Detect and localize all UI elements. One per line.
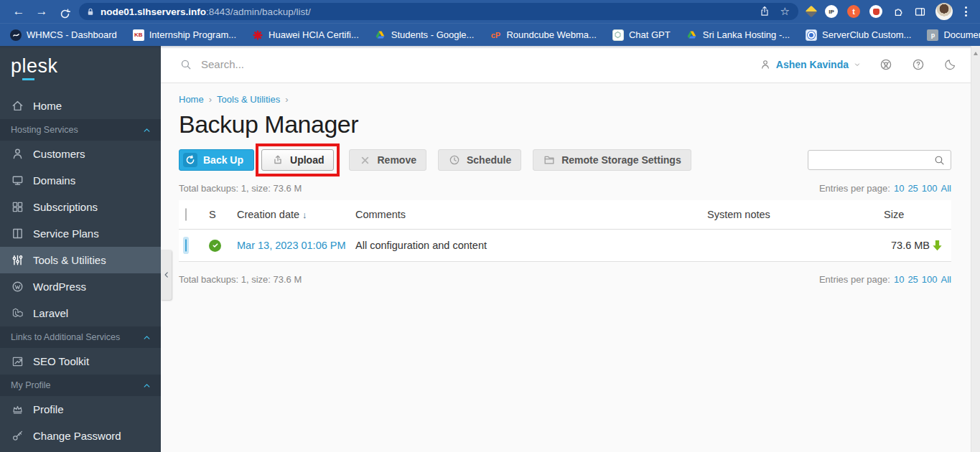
chevron-up-icon	[143, 126, 151, 134]
sliders-icon	[11, 253, 24, 267]
bookmark-item[interactable]: p Documentation an...	[927, 29, 980, 41]
entries-option-100[interactable]: 100	[922, 274, 938, 285]
schedule-button[interactable]: Schedule	[438, 149, 521, 171]
sidebar-item-subscriptions[interactable]: Subscriptions	[0, 194, 161, 220]
column-header-size[interactable]: Size	[884, 209, 930, 220]
refresh-icon[interactable]	[53, 3, 76, 20]
extension-t-icon[interactable]: t	[847, 5, 860, 18]
profile-avatar[interactable]	[935, 3, 953, 20]
seo-chart-icon	[11, 354, 24, 368]
entries-option-100[interactable]: 100	[922, 183, 938, 194]
book-icon	[11, 227, 24, 240]
column-header-status[interactable]: S	[209, 209, 237, 220]
sidebar-item-service-plans[interactable]: Service Plans	[0, 220, 161, 247]
bookmarks-bar: WHMCS - Dashboard KB Internship Program.…	[0, 23, 980, 46]
sidebar-item-tools-utilities[interactable]: Tools & Utilities	[0, 247, 161, 273]
bookmark-item[interactable]: KB Internship Program...	[133, 29, 236, 41]
bookmark-label: Huawei HCIA Certifi...	[269, 29, 359, 40]
bookmark-item[interactable]: Students - Google...	[375, 29, 475, 41]
plesk-logo[interactable]: plesk	[0, 46, 161, 83]
entries-option-25[interactable]: 25	[907, 183, 918, 194]
entries-per-page: Entries per page:1025100All	[819, 274, 951, 285]
kb-icon: KB	[133, 29, 144, 41]
remote-storage-settings-button[interactable]: Remote Storage Settings	[533, 149, 691, 171]
back-up-button[interactable]: Back Up	[179, 149, 254, 171]
bookmark-item[interactable]: Huawei HCIA Certifi...	[252, 29, 359, 41]
sidebar-item-customers[interactable]: Customers	[0, 141, 161, 167]
row-checkbox[interactable]	[185, 239, 187, 252]
sidebar-item-wordpress[interactable]: WordPress	[0, 273, 161, 300]
bookmark-label: Roundcube Webma...	[506, 29, 597, 40]
entries-option-25[interactable]: 25	[907, 274, 918, 285]
upload-icon	[271, 154, 284, 166]
browser-menu-icon[interactable]	[962, 6, 970, 17]
breadcrumb-tools-utilities[interactable]: Tools & Utilities	[217, 94, 280, 105]
sidebar-item-domains[interactable]: Domains	[0, 167, 161, 194]
column-header-comments[interactable]: Comments	[355, 209, 707, 220]
extension-blocker-icon[interactable]	[869, 5, 882, 18]
global-search[interactable]	[179, 58, 760, 71]
share-icon[interactable]	[759, 6, 770, 17]
sidebar-item-change-password[interactable]: Change Password	[0, 423, 161, 449]
bookmark-item[interactable]: Sri Lanka Hosting -...	[686, 29, 790, 41]
feedback-icon[interactable]	[879, 57, 893, 72]
breadcrumb-home[interactable]: Home	[179, 94, 204, 105]
bookmark-item[interactable]: Chat GPT	[612, 29, 671, 41]
back-up-label: Back Up	[203, 154, 243, 166]
bookmark-item[interactable]: ServerClub Custom...	[806, 29, 911, 41]
sidebar-section-my-profile[interactable]: My Profile	[0, 375, 161, 396]
chevron-down-icon	[854, 61, 861, 68]
plesk-app: plesk Home Hosting Services Customers	[0, 46, 980, 452]
table-header-row: S Creation date↓ Comments System notes S…	[179, 200, 951, 229]
remote-storage-label: Remote Storage Settings	[561, 154, 681, 166]
entries-option-all[interactable]: All	[941, 274, 951, 285]
list-meta-bottom: Total backups: 1, size: 73.6 M Entries p…	[179, 274, 951, 285]
extension-ip-icon[interactable]: IP	[825, 5, 838, 18]
bookmark-item[interactable]: WHMCS - Dashboard	[10, 29, 117, 41]
total-backups-text: Total backups: 1, size: 73.6 M	[179, 274, 302, 285]
backups-table: S Creation date↓ Comments System notes S…	[179, 200, 951, 262]
help-icon[interactable]	[911, 57, 925, 72]
sidebar-item-seo-toolkit[interactable]: SEO Toolkit	[0, 348, 161, 375]
global-search-input[interactable]	[201, 58, 445, 70]
extension-diamond-icon[interactable]	[807, 7, 816, 16]
remove-button[interactable]: Remove	[349, 149, 426, 171]
download-icon[interactable]	[932, 240, 943, 252]
remove-x-icon	[359, 154, 371, 166]
list-search-input[interactable]	[815, 154, 933, 166]
entries-option-all[interactable]: All	[941, 183, 951, 194]
back-up-icon	[183, 153, 197, 167]
plesk-sidebar: plesk Home Hosting Services Customers	[0, 46, 161, 452]
entries-option-10[interactable]: 10	[894, 183, 904, 194]
column-header-creation-date[interactable]: Creation date↓	[237, 209, 355, 220]
list-search-box[interactable]	[808, 150, 951, 170]
side-panel-icon[interactable]	[914, 6, 926, 18]
sidebar-item-label: Service Plans	[33, 227, 99, 240]
bookmark-star-icon[interactable]: ☆	[780, 5, 790, 18]
upload-button[interactable]: Upload	[261, 149, 334, 171]
select-all-checkbox[interactable]	[185, 208, 187, 221]
user-menu[interactable]: Ashen Kavinda	[760, 59, 861, 70]
extensions-puzzle-icon[interactable]	[892, 5, 905, 18]
back-icon[interactable]: ←	[7, 1, 30, 22]
sidebar-collapse-handle[interactable]	[161, 250, 172, 300]
bookmark-item[interactable]: cP Roundcube Webma...	[490, 29, 597, 41]
dark-mode-moon-icon[interactable]	[943, 57, 958, 72]
plesk-doc-icon: p	[927, 29, 938, 41]
scrollbar-up-arrow-icon[interactable]	[974, 52, 978, 55]
sidebar-item-home[interactable]: Home	[0, 93, 161, 119]
page-scrollbar[interactable]	[971, 46, 980, 452]
bookmark-label: Internship Program...	[149, 29, 236, 40]
sidebar-item-label: Change Password	[33, 430, 121, 442]
sidebar-section-hosting-services[interactable]: Hosting Services	[0, 119, 161, 141]
sidebar-section-additional-services[interactable]: Links to Additional Services	[0, 326, 161, 348]
main-content: Home › Tools & Utilities › Backup Manage…	[161, 84, 971, 452]
sidebar-item-profile[interactable]: Profile	[0, 396, 161, 423]
forward-icon[interactable]: →	[30, 1, 53, 22]
column-header-system-notes[interactable]: System notes	[707, 209, 884, 220]
backup-date-link[interactable]: Mar 13, 2023 01:06 PM	[237, 240, 346, 251]
total-backups-text: Total backups: 1, size: 73.6 M	[179, 183, 302, 194]
address-bar[interactable]: node01.slhservers.info:8443/admin/backup…	[79, 3, 798, 20]
entries-option-10[interactable]: 10	[894, 274, 904, 285]
sidebar-item-laravel[interactable]: Laravel	[0, 300, 161, 326]
